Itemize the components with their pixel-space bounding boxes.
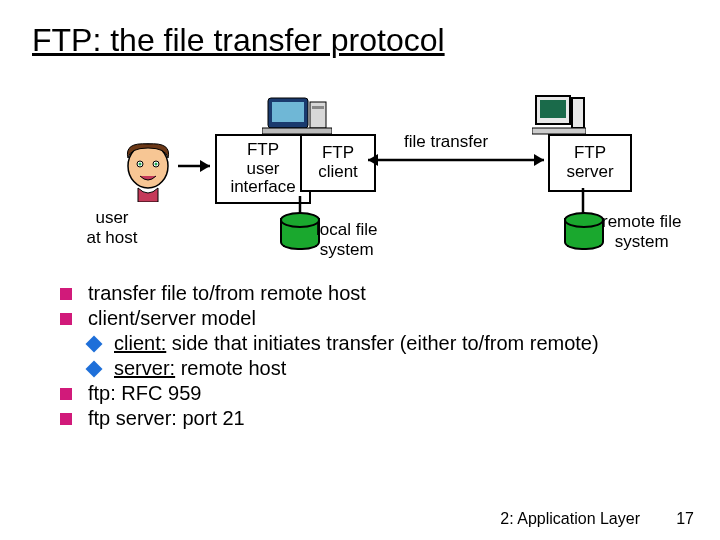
bullet-list: transfer file to/from remote host client… bbox=[60, 280, 670, 432]
bullet-item: ftp server: port 21 bbox=[60, 407, 670, 430]
slide-title: FTP: the file transfer protocol bbox=[32, 22, 445, 59]
local-disk-icon bbox=[280, 212, 316, 250]
sub-bullet-item: client: side that initiates transfer (ei… bbox=[88, 332, 670, 355]
emphasis: client: bbox=[114, 332, 166, 354]
text: remote file bbox=[602, 212, 681, 232]
user-at-host-label: user at host bbox=[72, 208, 152, 247]
text: at host bbox=[72, 228, 152, 248]
bullet-item: transfer file to/from remote host bbox=[60, 282, 670, 305]
text: remote host bbox=[175, 357, 286, 379]
remote-disk-icon bbox=[564, 212, 600, 250]
local-fs-label: local file system bbox=[316, 220, 377, 259]
svg-marker-15 bbox=[200, 160, 210, 172]
svg-marker-18 bbox=[368, 154, 378, 166]
bullet-item: client/server model bbox=[60, 307, 670, 330]
file-transfer-label: file transfer bbox=[404, 132, 488, 152]
text: user bbox=[72, 208, 152, 228]
emphasis: server: bbox=[114, 357, 175, 379]
text: system bbox=[602, 232, 681, 252]
ftp-diagram: FTP user interface FTP client FTP server… bbox=[0, 70, 720, 270]
text: system bbox=[316, 240, 377, 260]
svg-marker-17 bbox=[534, 154, 544, 166]
text: local file bbox=[316, 220, 377, 240]
remote-fs-label: remote file system bbox=[602, 212, 681, 251]
bullet-item: ftp: RFC 959 bbox=[60, 382, 670, 405]
footer-chapter: 2: Application Layer bbox=[500, 510, 640, 528]
text: side that initiates transfer (either to/… bbox=[166, 332, 598, 354]
sub-bullet-item: server: remote host bbox=[88, 357, 670, 380]
footer-page-number: 17 bbox=[676, 510, 694, 528]
